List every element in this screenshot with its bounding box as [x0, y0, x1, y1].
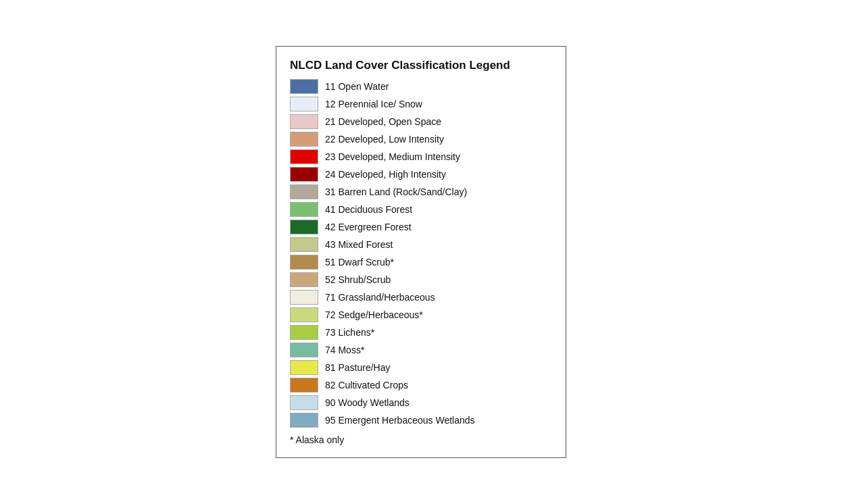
list-item: 43 Mixed Forest	[290, 237, 549, 252]
list-item: 24 Developed, High Intensity	[290, 167, 549, 182]
color-swatch-74	[290, 343, 318, 357]
legend-title: NLCD Land Cover Classification Legend	[290, 59, 549, 72]
legend-label-31: 31 Barren Land (Rock/Sand/Clay)	[325, 186, 467, 197]
list-item: 74 Moss*	[290, 343, 549, 357]
legend-label-11: 11 Open Water	[325, 81, 389, 92]
list-item: 41 Deciduous Forest	[290, 202, 549, 217]
legend-label-43: 43 Mixed Forest	[325, 239, 393, 250]
list-item: 71 Grassland/Herbaceous	[290, 290, 549, 305]
legend-label-12: 12 Perennial Ice/ Snow	[325, 99, 422, 109]
legend-label-51: 51 Dwarf Scrub*	[325, 257, 394, 268]
color-swatch-31	[290, 184, 318, 199]
color-swatch-82	[290, 378, 318, 393]
color-swatch-41	[290, 202, 318, 217]
legend-items: 11 Open Water12 Perennial Ice/ Snow21 De…	[290, 79, 549, 428]
legend-label-21: 21 Developed, Open Space	[325, 116, 441, 127]
list-item: 11 Open Water	[290, 79, 549, 94]
color-swatch-71	[290, 290, 318, 305]
list-item: 42 Evergreen Forest	[290, 220, 549, 234]
list-item: 73 Lichens*	[290, 325, 549, 340]
color-swatch-81	[290, 360, 318, 375]
color-swatch-21	[290, 114, 318, 129]
legend-label-22: 22 Developed, Low Intensity	[325, 134, 444, 145]
color-swatch-72	[290, 307, 318, 322]
list-item: 90 Woody Wetlands	[290, 395, 549, 410]
list-item: 22 Developed, Low Intensity	[290, 132, 549, 147]
legend-label-24: 24 Developed, High Intensity	[325, 169, 446, 180]
color-swatch-43	[290, 237, 318, 252]
legend-label-71: 71 Grassland/Herbaceous	[325, 292, 435, 303]
list-item: 95 Emergent Herbaceous Wetlands	[290, 413, 549, 428]
color-swatch-90	[290, 395, 318, 410]
list-item: 82 Cultivated Crops	[290, 378, 549, 393]
color-swatch-11	[290, 79, 318, 94]
legend-label-23: 23 Developed, Medium Intensity	[325, 151, 460, 162]
legend-label-74: 74 Moss*	[325, 345, 364, 355]
legend-label-72: 72 Sedge/Herbaceous*	[325, 309, 423, 320]
list-item: 81 Pasture/Hay	[290, 360, 549, 375]
list-item: 12 Perennial Ice/ Snow	[290, 97, 549, 111]
list-item: 52 Shrub/Scrub	[290, 272, 549, 287]
color-swatch-12	[290, 97, 318, 111]
legend-footnote: * Alaska only	[290, 434, 549, 445]
color-swatch-73	[290, 325, 318, 340]
color-swatch-23	[290, 149, 318, 164]
list-item: 21 Developed, Open Space	[290, 114, 549, 129]
legend-label-41: 41 Deciduous Forest	[325, 204, 412, 215]
list-item: 31 Barren Land (Rock/Sand/Clay)	[290, 184, 549, 199]
list-item: 51 Dwarf Scrub*	[290, 255, 549, 270]
color-swatch-51	[290, 255, 318, 270]
legend-label-42: 42 Evergreen Forest	[325, 222, 412, 232]
legend-label-52: 52 Shrub/Scrub	[325, 274, 391, 285]
color-swatch-95	[290, 413, 318, 428]
color-swatch-22	[290, 132, 318, 147]
legend-label-73: 73 Lichens*	[325, 327, 374, 338]
color-swatch-42	[290, 220, 318, 234]
legend-label-81: 81 Pasture/Hay	[325, 362, 391, 373]
list-item: 23 Developed, Medium Intensity	[290, 149, 549, 164]
list-item: 72 Sedge/Herbaceous*	[290, 307, 549, 322]
legend-box: NLCD Land Cover Classification Legend 11…	[276, 46, 566, 458]
legend-label-90: 90 Woody Wetlands	[325, 397, 410, 408]
color-swatch-24	[290, 167, 318, 182]
legend-label-95: 95 Emergent Herbaceous Wetlands	[325, 415, 475, 426]
legend-label-82: 82 Cultivated Crops	[325, 380, 408, 390]
color-swatch-52	[290, 272, 318, 287]
